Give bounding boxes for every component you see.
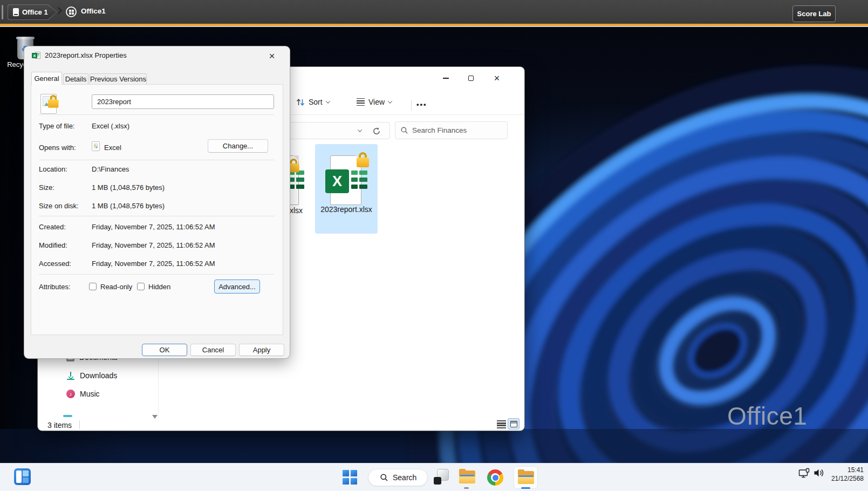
tab-general[interactable]: General bbox=[31, 72, 62, 85]
folder-icon bbox=[459, 470, 475, 483]
refresh-icon[interactable] bbox=[372, 127, 381, 135]
tab-details[interactable]: Details bbox=[63, 73, 88, 85]
row-value: 1 MB (1,048,576 bytes) bbox=[92, 183, 165, 192]
view-button[interactable]: View bbox=[357, 98, 392, 106]
taskbar-search[interactable]: Search bbox=[368, 469, 428, 486]
sidebar-item-downloads[interactable]: Downloads bbox=[66, 371, 117, 380]
downloads-icon bbox=[66, 371, 75, 380]
row-label: Attributes: bbox=[39, 283, 71, 291]
machine-tab[interactable]: Office 1 bbox=[8, 4, 57, 20]
readonly-checkbox[interactable] bbox=[89, 283, 97, 290]
view-icon bbox=[357, 98, 365, 106]
monitor-icon bbox=[13, 8, 19, 16]
row-label: Type of file: bbox=[39, 122, 74, 130]
sidebar-item-music[interactable]: ♪ Music bbox=[66, 390, 100, 398]
row-label: Size on disk: bbox=[39, 202, 79, 210]
close-icon[interactable]: × bbox=[264, 50, 280, 63]
sort-button[interactable]: Sort bbox=[296, 98, 330, 106]
viewer-topbar: Office 1 Office1 Score Lab bbox=[0, 0, 868, 24]
ok-button[interactable]: OK bbox=[142, 344, 187, 356]
chevron-down-icon bbox=[325, 99, 330, 103]
file-name: 2023report.xlsx bbox=[315, 205, 378, 214]
items-count: 3 items bbox=[47, 421, 72, 429]
hidden-label: Hidden bbox=[148, 283, 170, 291]
statusbar-separator bbox=[79, 420, 80, 429]
task-view-button[interactable] bbox=[433, 469, 449, 485]
explorer-taskbar-button[interactable] bbox=[459, 470, 475, 483]
row-label: Size: bbox=[39, 183, 54, 192]
properties-dialog: X 2023report.xlsx Properties × General D… bbox=[24, 46, 290, 358]
thumbnail-view-button[interactable] bbox=[508, 418, 520, 429]
breadcrumb-machine-label: Office1 bbox=[81, 7, 106, 15]
minimize-button[interactable] bbox=[433, 70, 458, 86]
row-label: Modified: bbox=[39, 241, 67, 249]
list-view-button[interactable] bbox=[497, 420, 506, 428]
chevron-down-icon bbox=[358, 127, 362, 132]
row-label: Accessed: bbox=[39, 260, 71, 268]
chrome-icon[interactable] bbox=[487, 469, 503, 486]
dialog-title: 2023report.xlsx Properties bbox=[45, 51, 127, 59]
change-button[interactable]: Change... bbox=[208, 139, 268, 153]
accent-bar-light bbox=[0, 26, 868, 27]
toolbar-separator bbox=[411, 100, 412, 111]
opens-with-icon bbox=[92, 141, 100, 151]
volume-icon[interactable] bbox=[814, 468, 825, 478]
more-options-button[interactable]: ••• bbox=[416, 100, 427, 108]
desktop-watermark: Office1 bbox=[727, 401, 807, 431]
open-app-indicator bbox=[464, 487, 469, 489]
filename-input[interactable] bbox=[92, 94, 274, 109]
file-item-selected[interactable]: X 2023report.xlsx bbox=[315, 144, 378, 234]
row-label: Location: bbox=[39, 165, 67, 173]
folder-icon bbox=[518, 471, 534, 484]
row-label: Opens with: bbox=[39, 144, 76, 152]
row-value: Excel (.xlsx) bbox=[92, 122, 129, 130]
advanced-button[interactable]: Advanced... bbox=[214, 279, 260, 294]
search-label: Search bbox=[393, 473, 416, 482]
apply-button[interactable]: Apply bbox=[239, 344, 284, 356]
chevron-down-icon bbox=[388, 99, 392, 103]
search-icon bbox=[401, 127, 408, 134]
row-value: Excel bbox=[104, 144, 121, 152]
clock[interactable]: 15:41 21/12/2568 bbox=[831, 466, 864, 483]
machine-tab-label: Office 1 bbox=[22, 8, 48, 16]
row-value: Friday, November 7, 2025, 11:06:52 AM bbox=[92, 260, 215, 268]
active-app-indicator bbox=[521, 487, 530, 489]
windows-circle-icon bbox=[66, 6, 77, 17]
row-value: Friday, November 7, 2025, 11:06:52 AM bbox=[92, 241, 215, 249]
tray-time: 15:41 bbox=[831, 466, 864, 475]
excel-icon: X bbox=[325, 169, 349, 193]
cancel-button[interactable]: Cancel bbox=[190, 344, 236, 356]
explorer-active-button[interactable] bbox=[514, 466, 538, 489]
scrollbar-down-icon[interactable] bbox=[152, 415, 158, 419]
hidden-checkbox[interactable] bbox=[137, 283, 145, 290]
search-input[interactable] bbox=[412, 126, 498, 134]
row-value: D:\Finances bbox=[92, 165, 129, 173]
sidebar-item-peek-icon bbox=[63, 415, 72, 417]
maximize-button[interactable] bbox=[459, 70, 483, 86]
widgets-icon[interactable] bbox=[14, 468, 31, 485]
row-value: 1 MB (1,048,576 bytes) bbox=[92, 202, 165, 210]
row-label: Created: bbox=[39, 223, 66, 231]
search-icon bbox=[380, 474, 388, 481]
search-box[interactable] bbox=[395, 121, 508, 139]
score-lab-button[interactable]: Score Lab bbox=[792, 5, 836, 22]
start-button[interactable] bbox=[343, 470, 357, 485]
music-icon: ♪ bbox=[66, 390, 75, 398]
tray-date: 21/12/2568 bbox=[831, 475, 864, 483]
panel-handle[interactable] bbox=[2, 5, 3, 19]
close-button[interactable]: × bbox=[484, 70, 510, 86]
sort-icon bbox=[296, 98, 305, 106]
row-value: Friday, November 7, 2025, 11:06:52 AM bbox=[92, 223, 215, 231]
excel-file-icon: X bbox=[32, 51, 40, 60]
network-icon[interactable] bbox=[798, 468, 811, 479]
tab-previous-versions[interactable]: Previous Versions bbox=[90, 73, 147, 85]
readonly-label: Read-only bbox=[100, 283, 132, 291]
